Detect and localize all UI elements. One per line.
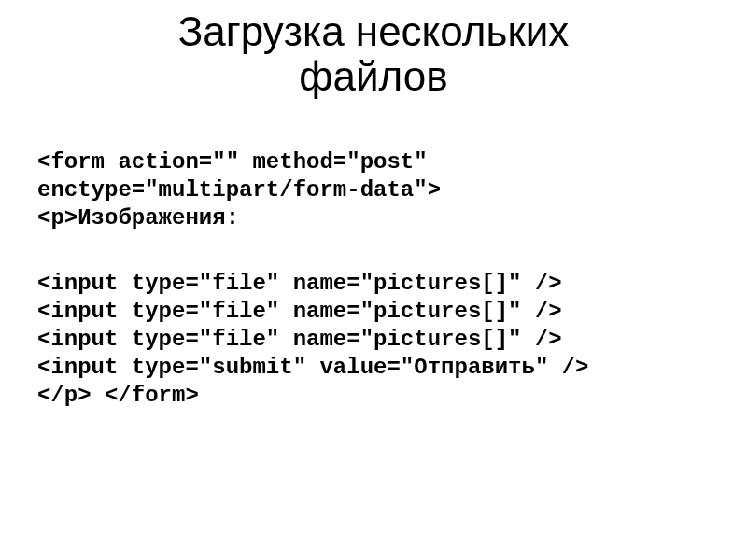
code-line: <input type="submit" value="Отправить" /…	[37, 355, 589, 380]
slide-title: Загрузка нескольких файлов	[37, 9, 710, 100]
code-line: <input type="file" name="pictures[]" />	[37, 271, 562, 296]
code-block: <form action="" method="post" enctype="m…	[37, 120, 710, 438]
code-line: <p>Изображения:	[37, 205, 239, 231]
title-line-2: файлов	[299, 53, 447, 99]
code-line: <input type="file" name="pictures[]" />	[37, 327, 562, 352]
title-line-1: Загрузка нескольких	[178, 8, 570, 54]
code-line: </p> </form>	[37, 383, 199, 408]
code-line: enctype="multipart/form-data">	[37, 177, 441, 203]
slide: Загрузка нескольких файлов <form action=…	[0, 0, 747, 560]
code-line: <form action="" method="post"	[37, 149, 428, 175]
code-line: <input type="file" name="pictures[]" />	[37, 299, 562, 324]
